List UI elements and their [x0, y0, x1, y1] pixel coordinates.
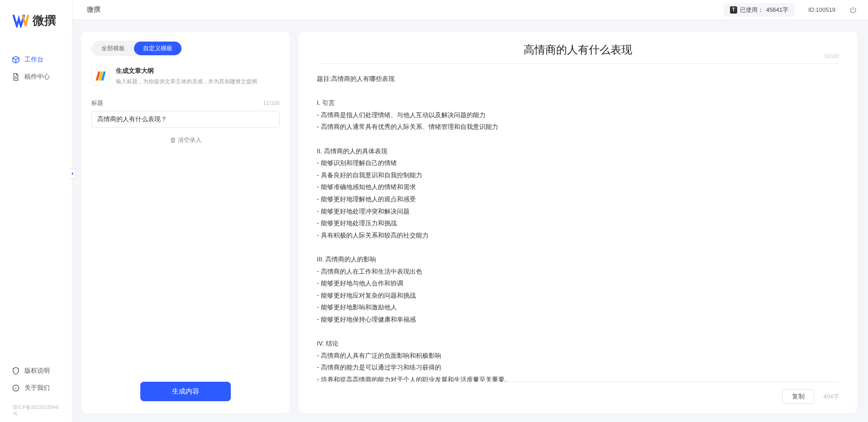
clear-label: 清空录入 [178, 136, 201, 144]
form-label: 标题 [91, 99, 103, 107]
right-header: 高情商的人有什么表现 10/100 [317, 43, 839, 64]
nav-item-label: 工作台 [24, 56, 43, 64]
topbar: 微撰 T 已使用： 45641字 ID:100519 [72, 0, 868, 20]
nav-item-label: 版权说明 [24, 367, 50, 375]
title-input[interactable] [91, 111, 280, 128]
template-icon [91, 67, 110, 85]
logo: 微撰 [0, 0, 72, 38]
info-icon [12, 384, 20, 392]
clear-button[interactable]: 清空录入 [91, 136, 280, 144]
nav-item-copyright[interactable]: 版权说明 [0, 362, 72, 379]
output-body[interactable]: 题目:高情商的人有哪些表现 I. 引言 - 高情商是指人们处理情绪、与他人互动以… [317, 73, 839, 382]
shield-icon [12, 367, 20, 375]
nav-menu: 工作台 稿件中心 [0, 51, 72, 362]
content: 全部模板 自定义模板 生成文章大纲 输入标题，为你提供文章主体的灵感，并为其创建… [72, 20, 868, 422]
usage-badge[interactable]: T 已使用： 45641字 [724, 3, 795, 17]
main-area: 微撰 T 已使用： 45641字 ID:100519 全部模板 自定义模板 [72, 0, 868, 422]
right-panel: 高情商的人有什么表现 10/100 题目:高情商的人有哪些表现 I. 引言 - … [299, 32, 857, 413]
template-card: 生成文章大纲 输入标题，为你提供文章主体的灵感，并为其创建推文提纲 [91, 67, 280, 85]
template-info: 生成文章大纲 输入标题，为你提供文章主体的灵感，并为其创建推文提纲 [116, 67, 280, 85]
sidebar-bottom: 版权说明 关于我们 [0, 362, 72, 401]
document-icon [12, 73, 20, 81]
chevron-left-icon [70, 171, 75, 176]
template-title: 生成文章大纲 [116, 67, 280, 75]
usage-value: 45641字 [766, 6, 788, 14]
text-icon: T [730, 6, 737, 14]
form-section: 标题 11/100 [91, 99, 280, 128]
form-count: 11/100 [263, 100, 280, 106]
template-desc: 输入标题，为你提供文章主体的灵感，并为其创建推文提纲 [116, 78, 280, 85]
icp-footer: 琼ICP备2022016946号 [0, 401, 72, 422]
word-count: 404字 [823, 393, 839, 401]
tab-all-templates[interactable]: 全部模板 [92, 42, 134, 55]
output-title: 高情商的人有什么表现 [317, 43, 839, 57]
topbar-right: T 已使用： 45641字 ID:100519 [724, 3, 857, 17]
sidebar: 微撰 工作台 稿件中心 版权说明 [0, 0, 72, 422]
copy-button[interactable]: 复制 [782, 389, 814, 404]
topbar-title: 微撰 [83, 5, 100, 14]
logo-icon [13, 14, 29, 28]
tab-custom-templates[interactable]: 自定义模板 [134, 42, 181, 55]
nav-item-label: 关于我们 [24, 384, 50, 392]
nav-item-drafts[interactable]: 稿件中心 [0, 68, 72, 85]
trash-icon [170, 137, 176, 143]
usage-label: 已使用： [740, 6, 763, 14]
logo-text: 微撰 [33, 13, 56, 28]
cube-icon [12, 56, 20, 64]
nav-item-label: 稿件中心 [24, 73, 50, 81]
nav-item-about[interactable]: 关于我们 [0, 379, 72, 397]
sidebar-collapse-toggle[interactable] [69, 168, 76, 179]
right-footer: 复制 404字 [317, 382, 839, 404]
output-title-count: 10/100 [824, 53, 839, 59]
power-icon[interactable] [849, 6, 857, 14]
nav-item-workbench[interactable]: 工作台 [0, 51, 72, 68]
generate-button[interactable]: 生成内容 [140, 382, 231, 401]
left-panel: 全部模板 自定义模板 生成文章大纲 输入标题，为你提供文章主体的灵感，并为其创建… [81, 32, 290, 413]
user-id: ID:100519 [808, 6, 835, 13]
template-tabs: 全部模板 自定义模板 [91, 41, 182, 56]
